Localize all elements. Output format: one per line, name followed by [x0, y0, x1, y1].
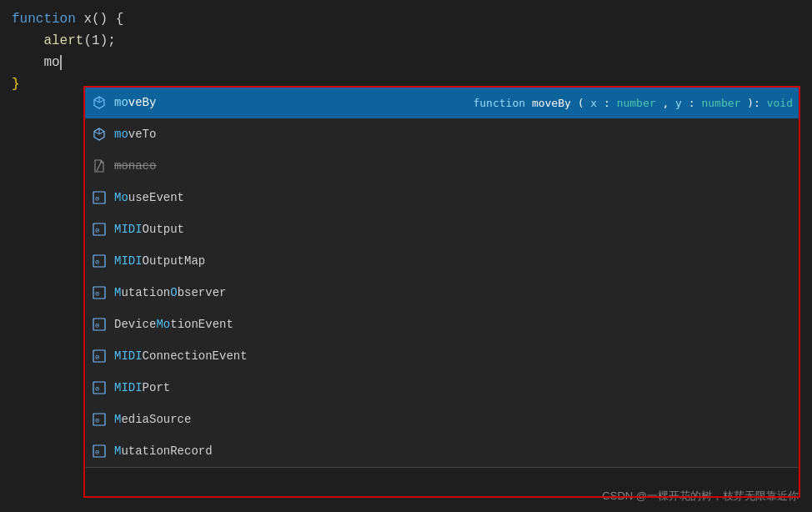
- interface-icon-9: ⊙: [91, 443, 108, 459]
- svg-text:⊙: ⊙: [95, 289, 99, 298]
- code-line-3: mo: [0, 52, 812, 73]
- item-label-MutationObserver: MutationObserver: [114, 286, 793, 299]
- item-label-moveBy: moveBy: [114, 96, 456, 109]
- code-line-1: function x() {: [0, 8, 812, 30]
- interface-icon-6: ⊙: [91, 348, 108, 364]
- item-label-monaco: monaco: [114, 159, 793, 173]
- item-label-moveTo: moveTo: [114, 128, 793, 141]
- item-label-MIDIOutput: MIDIOutput: [114, 223, 793, 236]
- item-label-MutationRecord: MutationRecord: [114, 444, 793, 458]
- item-label-MIDIConnectionEvent: MIDIConnectionEvent: [114, 349, 793, 363]
- svg-text:⊙: ⊙: [95, 226, 99, 234]
- cursor: [60, 55, 62, 70]
- svg-text:⊙: ⊙: [95, 416, 99, 424]
- autocomplete-item-MIDIPort[interactable]: ⊙ MIDIPort: [84, 372, 799, 404]
- autocomplete-item-MutationObserver[interactable]: ⊙ MutationObserver: [84, 277, 799, 309]
- autocomplete-item-MutationRecord[interactable]: ⊙ MutationRecord: [84, 435, 799, 467]
- autocomplete-item-MIDIConnectionEvent[interactable]: ⊙ MIDIConnectionEvent: [84, 340, 799, 372]
- svg-text:⊙: ⊙: [95, 258, 99, 266]
- autocomplete-item-MouseEvent[interactable]: ⊙ MouseEvent: [84, 182, 799, 213]
- autocomplete-item-monaco[interactable]: monaco: [84, 150, 799, 182]
- svg-text:⊙: ⊙: [95, 448, 99, 456]
- file-icon: [91, 158, 108, 174]
- item-label-DeviceMotionEvent: DeviceMotionEvent: [114, 318, 793, 331]
- interface-icon-2: ⊙: [91, 221, 108, 238]
- interface-icon-3: ⊙: [91, 253, 108, 269]
- watermark: CSDN @一棵开花的树，枝芽无限靠近你: [602, 489, 799, 504]
- autocomplete-item-MIDIOutputMap[interactable]: ⊙ MIDIOutputMap: [84, 245, 799, 277]
- interface-icon-5: ⊙: [91, 316, 108, 333]
- autocomplete-item-moveTo[interactable]: moveTo: [84, 118, 799, 150]
- svg-text:⊙: ⊙: [95, 384, 99, 393]
- svg-text:⊙: ⊙: [95, 321, 99, 329]
- item-label-MIDIPort: MIDIPort: [114, 381, 793, 394]
- interface-icon-8: ⊙: [91, 411, 108, 428]
- item-detail-moveBy: function moveBy ( x : number , y : numbe…: [456, 97, 793, 109]
- item-label-MediaSource: MediaSource: [114, 413, 793, 426]
- cube-icon: [91, 94, 108, 111]
- autocomplete-dropdown[interactable]: moveBy function moveBy ( x : number , y …: [83, 86, 800, 468]
- item-label-MIDIOutputMap: MIDIOutputMap: [114, 254, 793, 268]
- code-line-2: alert(1);: [0, 30, 812, 52]
- interface-icon-7: ⊙: [91, 379, 108, 396]
- autocomplete-item-moveBy[interactable]: moveBy function moveBy ( x : number , y …: [84, 87, 799, 118]
- interface-icon-4: ⊙: [91, 284, 108, 301]
- autocomplete-item-DeviceMotionEvent[interactable]: ⊙ DeviceMotionEvent: [84, 309, 799, 340]
- svg-text:⊙: ⊙: [95, 353, 99, 361]
- autocomplete-item-MediaSource[interactable]: ⊙ MediaSource: [84, 404, 799, 435]
- autocomplete-item-MIDIOutput[interactable]: ⊙ MIDIOutput: [84, 213, 799, 245]
- cube-icon-2: [91, 126, 108, 143]
- keyword-function: function: [12, 8, 76, 30]
- item-label-MouseEvent: MouseEvent: [114, 191, 793, 204]
- interface-icon-1: ⊙: [91, 189, 108, 206]
- svg-text:⊙: ⊙: [95, 194, 99, 203]
